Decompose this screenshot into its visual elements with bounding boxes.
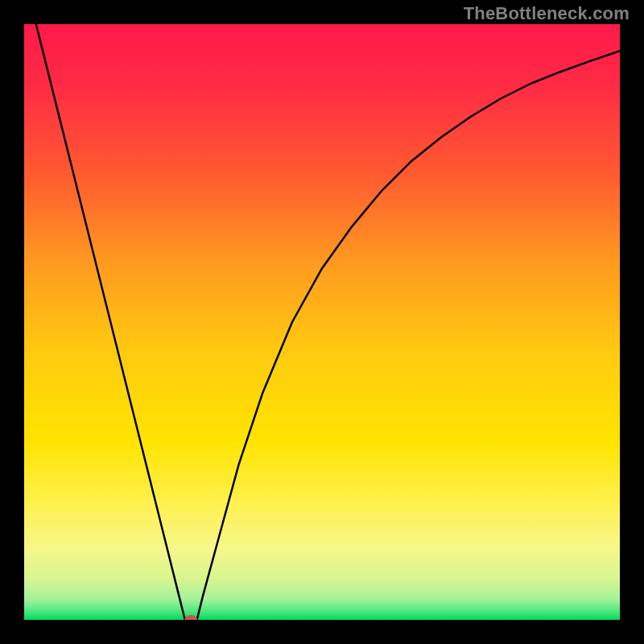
gradient-background [24, 24, 620, 620]
chart-svg [24, 24, 620, 620]
chart-plot-area [24, 24, 620, 620]
watermark-text: TheBottleneck.com [464, 3, 630, 24]
chart-frame: TheBottleneck.com [0, 0, 644, 644]
